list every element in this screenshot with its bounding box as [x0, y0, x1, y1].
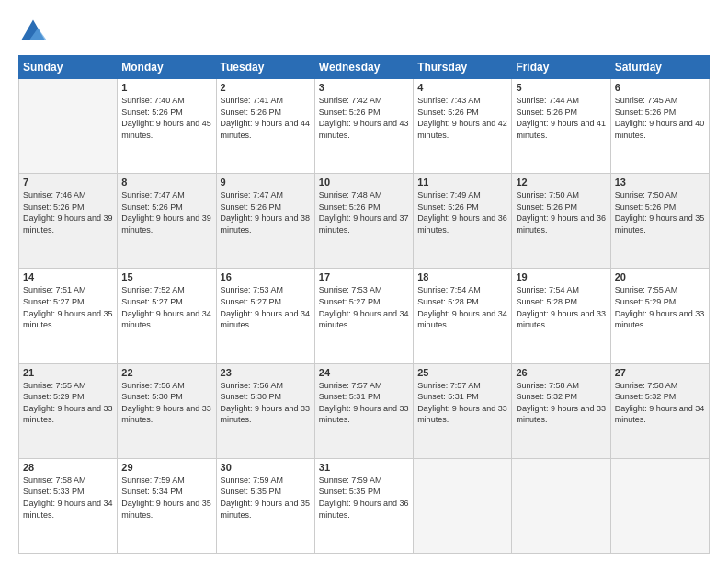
calendar-cell: 23Sunrise: 7:56 AMSunset: 5:30 PMDayligh…	[216, 363, 314, 458]
calendar-cell: 3Sunrise: 7:42 AMSunset: 5:26 PMDaylight…	[314, 79, 413, 174]
calendar-cell: 11Sunrise: 7:49 AMSunset: 5:26 PMDayligh…	[414, 174, 512, 269]
day-number: 16	[221, 271, 311, 282]
calendar-cell: 9Sunrise: 7:47 AMSunset: 5:26 PMDaylight…	[216, 174, 314, 269]
day-info: Sunrise: 7:43 AMSunset: 5:26 PMDaylight:…	[417, 95, 507, 141]
calendar-table: SundayMondayTuesdayWednesdayThursdayFrid…	[18, 55, 710, 554]
calendar-cell	[19, 79, 118, 174]
calendar-cell: 28Sunrise: 7:58 AMSunset: 5:33 PMDayligh…	[19, 458, 118, 553]
day-info: Sunrise: 7:54 AMSunset: 5:28 PMDaylight:…	[417, 284, 507, 330]
day-number: 28	[23, 462, 113, 473]
day-number: 13	[615, 177, 705, 188]
day-number: 2	[221, 82, 311, 93]
calendar-week-row: 14Sunrise: 7:51 AMSunset: 5:27 PMDayligh…	[19, 269, 710, 363]
day-number: 15	[121, 271, 211, 282]
calendar-cell	[414, 458, 512, 553]
day-info: Sunrise: 7:45 AMSunset: 5:26 PMDaylight:…	[615, 95, 705, 141]
calendar-cell: 29Sunrise: 7:59 AMSunset: 5:34 PMDayligh…	[118, 458, 216, 553]
day-info: Sunrise: 7:53 AMSunset: 5:27 PMDaylight:…	[221, 284, 311, 330]
logo-icon	[18, 17, 48, 46]
calendar-header-thursday: Thursday	[414, 56, 512, 79]
day-info: Sunrise: 7:51 AMSunset: 5:27 PMDaylight:…	[23, 284, 113, 330]
calendar-cell: 24Sunrise: 7:57 AMSunset: 5:31 PMDayligh…	[314, 363, 413, 458]
calendar-week-row: 21Sunrise: 7:55 AMSunset: 5:29 PMDayligh…	[19, 363, 710, 458]
calendar-week-row: 7Sunrise: 7:46 AMSunset: 5:26 PMDaylight…	[19, 174, 710, 269]
day-number: 27	[615, 367, 705, 378]
logo	[18, 17, 51, 46]
day-info: Sunrise: 7:57 AMSunset: 5:31 PMDaylight:…	[417, 380, 507, 426]
day-number: 1	[121, 82, 211, 93]
day-number: 10	[319, 177, 409, 188]
calendar-cell	[610, 458, 709, 553]
day-info: Sunrise: 7:59 AMSunset: 5:35 PMDaylight:…	[221, 475, 311, 521]
day-number: 26	[516, 367, 606, 378]
day-info: Sunrise: 7:49 AMSunset: 5:26 PMDaylight:…	[417, 190, 507, 236]
day-info: Sunrise: 7:46 AMSunset: 5:26 PMDaylight:…	[23, 190, 113, 236]
calendar-cell: 13Sunrise: 7:50 AMSunset: 5:26 PMDayligh…	[610, 174, 709, 269]
calendar-cell: 26Sunrise: 7:58 AMSunset: 5:32 PMDayligh…	[512, 363, 610, 458]
day-number: 14	[23, 271, 113, 282]
day-info: Sunrise: 7:52 AMSunset: 5:27 PMDaylight:…	[121, 284, 211, 330]
page: SundayMondayTuesdayWednesdayThursdayFrid…	[0, 0, 728, 563]
calendar-cell: 10Sunrise: 7:48 AMSunset: 5:26 PMDayligh…	[314, 174, 413, 269]
calendar-cell: 25Sunrise: 7:57 AMSunset: 5:31 PMDayligh…	[414, 363, 512, 458]
day-info: Sunrise: 7:47 AMSunset: 5:26 PMDaylight:…	[221, 190, 311, 236]
day-number: 8	[121, 177, 211, 188]
calendar-header-friday: Friday	[512, 56, 610, 79]
calendar-cell: 7Sunrise: 7:46 AMSunset: 5:26 PMDaylight…	[19, 174, 118, 269]
calendar-cell: 12Sunrise: 7:50 AMSunset: 5:26 PMDayligh…	[512, 174, 610, 269]
calendar-week-row: 1Sunrise: 7:40 AMSunset: 5:26 PMDaylight…	[19, 79, 710, 174]
day-number: 12	[516, 177, 606, 188]
calendar-cell: 4Sunrise: 7:43 AMSunset: 5:26 PMDaylight…	[414, 79, 512, 174]
day-number: 5	[516, 82, 606, 93]
day-info: Sunrise: 7:57 AMSunset: 5:31 PMDaylight:…	[319, 380, 409, 426]
calendar-cell: 21Sunrise: 7:55 AMSunset: 5:29 PMDayligh…	[19, 363, 118, 458]
day-info: Sunrise: 7:53 AMSunset: 5:27 PMDaylight:…	[319, 284, 409, 330]
day-info: Sunrise: 7:50 AMSunset: 5:26 PMDaylight:…	[516, 190, 606, 236]
day-info: Sunrise: 7:59 AMSunset: 5:35 PMDaylight:…	[319, 475, 409, 521]
day-info: Sunrise: 7:56 AMSunset: 5:30 PMDaylight:…	[121, 380, 211, 426]
day-number: 22	[121, 367, 211, 378]
header	[18, 17, 710, 46]
calendar-cell: 30Sunrise: 7:59 AMSunset: 5:35 PMDayligh…	[216, 458, 314, 553]
calendar-cell: 15Sunrise: 7:52 AMSunset: 5:27 PMDayligh…	[118, 269, 216, 363]
day-info: Sunrise: 7:58 AMSunset: 5:32 PMDaylight:…	[615, 380, 705, 426]
calendar-cell: 14Sunrise: 7:51 AMSunset: 5:27 PMDayligh…	[19, 269, 118, 363]
day-number: 20	[615, 271, 705, 282]
day-number: 24	[319, 367, 409, 378]
day-info: Sunrise: 7:58 AMSunset: 5:33 PMDaylight:…	[23, 475, 113, 521]
day-info: Sunrise: 7:56 AMSunset: 5:30 PMDaylight:…	[221, 380, 311, 426]
day-info: Sunrise: 7:44 AMSunset: 5:26 PMDaylight:…	[516, 95, 606, 141]
day-info: Sunrise: 7:40 AMSunset: 5:26 PMDaylight:…	[121, 95, 211, 141]
calendar-header-saturday: Saturday	[610, 56, 709, 79]
day-number: 19	[516, 271, 606, 282]
day-info: Sunrise: 7:50 AMSunset: 5:26 PMDaylight:…	[615, 190, 705, 236]
day-info: Sunrise: 7:47 AMSunset: 5:26 PMDaylight:…	[121, 190, 211, 236]
day-number: 30	[221, 462, 311, 473]
calendar-cell: 1Sunrise: 7:40 AMSunset: 5:26 PMDaylight…	[118, 79, 216, 174]
calendar-week-row: 28Sunrise: 7:58 AMSunset: 5:33 PMDayligh…	[19, 458, 710, 553]
day-info: Sunrise: 7:59 AMSunset: 5:34 PMDaylight:…	[121, 475, 211, 521]
calendar-cell: 18Sunrise: 7:54 AMSunset: 5:28 PMDayligh…	[414, 269, 512, 363]
calendar-cell: 2Sunrise: 7:41 AMSunset: 5:26 PMDaylight…	[216, 79, 314, 174]
calendar-header-row: SundayMondayTuesdayWednesdayThursdayFrid…	[19, 56, 710, 79]
day-number: 6	[615, 82, 705, 93]
calendar-cell: 20Sunrise: 7:55 AMSunset: 5:29 PMDayligh…	[610, 269, 709, 363]
day-info: Sunrise: 7:41 AMSunset: 5:26 PMDaylight:…	[221, 95, 311, 141]
day-number: 21	[23, 367, 113, 378]
calendar-cell: 17Sunrise: 7:53 AMSunset: 5:27 PMDayligh…	[314, 269, 413, 363]
calendar-cell	[512, 458, 610, 553]
day-number: 29	[121, 462, 211, 473]
calendar-cell: 16Sunrise: 7:53 AMSunset: 5:27 PMDayligh…	[216, 269, 314, 363]
day-info: Sunrise: 7:55 AMSunset: 5:29 PMDaylight:…	[23, 380, 113, 426]
day-number: 18	[417, 271, 507, 282]
day-info: Sunrise: 7:54 AMSunset: 5:28 PMDaylight:…	[516, 284, 606, 330]
calendar-cell: 8Sunrise: 7:47 AMSunset: 5:26 PMDaylight…	[118, 174, 216, 269]
day-number: 17	[319, 271, 409, 282]
day-info: Sunrise: 7:55 AMSunset: 5:29 PMDaylight:…	[615, 284, 705, 330]
day-number: 7	[23, 177, 113, 188]
day-number: 11	[417, 177, 507, 188]
calendar-cell: 22Sunrise: 7:56 AMSunset: 5:30 PMDayligh…	[118, 363, 216, 458]
day-info: Sunrise: 7:42 AMSunset: 5:26 PMDaylight:…	[319, 95, 409, 141]
day-number: 23	[221, 367, 311, 378]
day-number: 4	[417, 82, 507, 93]
